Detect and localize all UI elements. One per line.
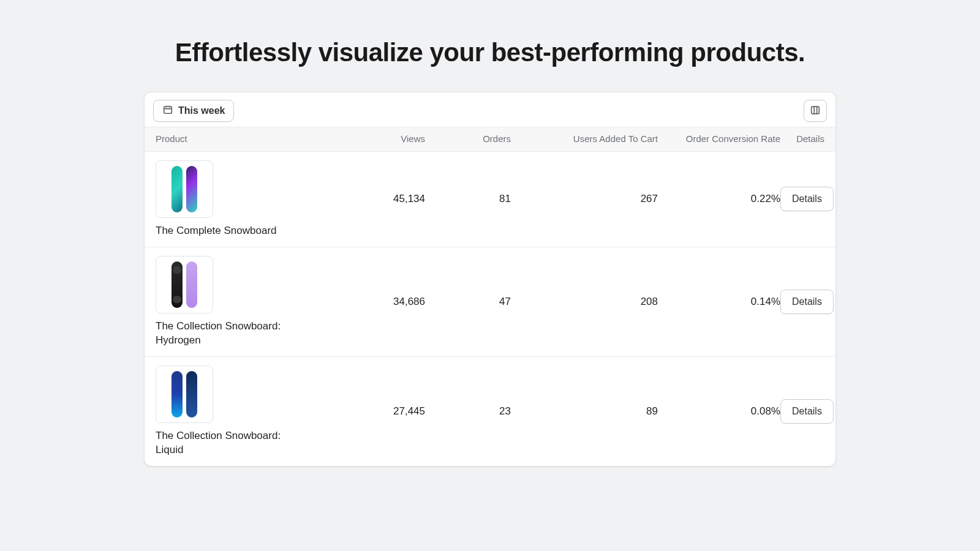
snowboard-icon xyxy=(186,261,197,308)
details-button[interactable]: Details xyxy=(780,187,834,211)
product-name: The Complete Snowboard xyxy=(156,224,277,238)
column-header-conversion-rate: Order Conversion Rate xyxy=(658,133,780,144)
product-name: The Collection Snowboard: Liquid xyxy=(156,429,290,457)
cell-orders: 23 xyxy=(425,405,511,418)
cell-added-to-cart: 89 xyxy=(511,405,658,418)
cell-orders: 81 xyxy=(425,193,511,205)
table-row: The Collection Snowboard: Hydrogen 34,68… xyxy=(145,247,835,357)
columns-settings-button[interactable] xyxy=(804,100,827,122)
panel-toolbar: This week xyxy=(145,92,835,127)
snowboard-icon xyxy=(186,371,197,418)
svg-rect-0 xyxy=(164,107,172,113)
cell-views: 34,686 xyxy=(339,296,425,308)
cell-views: 27,445 xyxy=(339,405,425,418)
product-cell: The Complete Snowboard xyxy=(156,160,339,238)
cell-orders: 47 xyxy=(425,296,511,308)
product-name: The Collection Snowboard: Hydrogen xyxy=(156,320,290,348)
product-thumbnail xyxy=(156,160,213,218)
page-headline: Effortlessly visualize your best-perform… xyxy=(0,0,980,67)
cell-conversion-rate: 0.22% xyxy=(658,193,780,205)
date-range-button[interactable]: This week xyxy=(153,100,234,122)
cell-added-to-cart: 208 xyxy=(511,296,658,308)
cell-added-to-cart: 267 xyxy=(511,193,658,205)
cell-conversion-rate: 0.14% xyxy=(658,296,780,308)
column-header-views: Views xyxy=(339,133,425,144)
columns-icon xyxy=(810,105,821,118)
snowboard-icon xyxy=(172,166,183,212)
snowboard-icon xyxy=(172,371,183,418)
product-cell: The Collection Snowboard: Hydrogen xyxy=(156,256,339,348)
cell-views: 45,134 xyxy=(339,193,425,205)
snowboard-icon xyxy=(172,261,183,308)
svg-rect-4 xyxy=(812,107,820,114)
column-header-orders: Orders xyxy=(425,133,511,144)
table-header: Product Views Orders Users Added To Cart… xyxy=(145,127,835,152)
table-row: The Collection Snowboard: Liquid 27,445 … xyxy=(145,357,835,466)
details-button[interactable]: Details xyxy=(780,290,834,314)
table-row: The Complete Snowboard 45,134 81 267 0.2… xyxy=(145,152,835,247)
product-thumbnail xyxy=(156,365,213,423)
date-range-label: This week xyxy=(178,105,225,116)
product-thumbnail xyxy=(156,256,213,313)
product-cell: The Collection Snowboard: Liquid xyxy=(156,365,339,457)
product-performance-panel: This week Product Views Orders Users Add… xyxy=(144,92,836,467)
column-header-product: Product xyxy=(156,133,339,144)
details-button[interactable]: Details xyxy=(780,399,834,424)
calendar-icon xyxy=(162,104,173,118)
column-header-details: Details xyxy=(780,133,824,144)
snowboard-icon xyxy=(186,166,197,212)
cell-conversion-rate: 0.08% xyxy=(658,405,780,418)
column-header-added-to-cart: Users Added To Cart xyxy=(511,133,658,144)
